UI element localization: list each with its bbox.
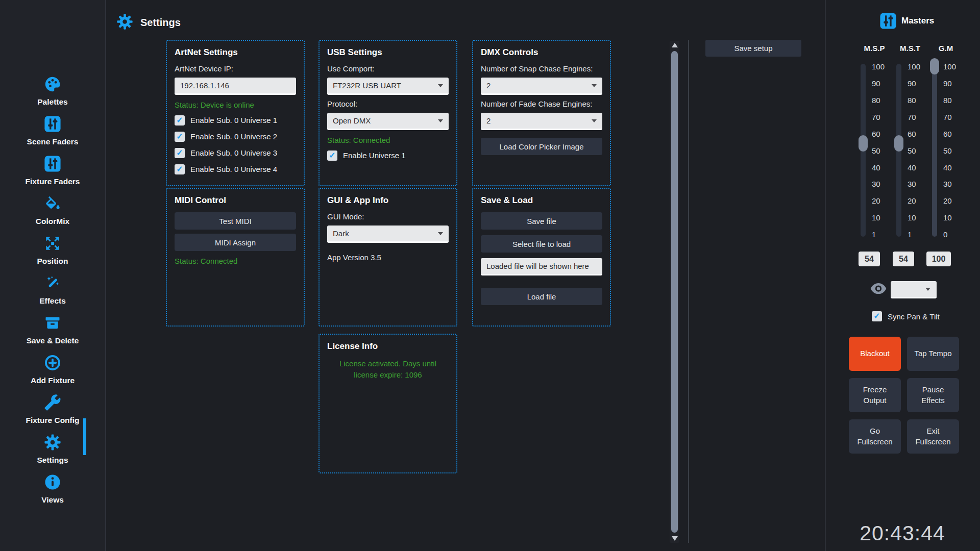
sidebar-item-label: Effects (39, 296, 66, 306)
move-arrows-icon (44, 235, 61, 254)
magic-wand-icon (44, 274, 61, 294)
artnet-settings-panel: ArtNet Settings ArtNet Device IP: Status… (166, 40, 305, 186)
sidebar-item-settings[interactable]: Settings (4, 434, 101, 465)
msp-value-field[interactable]: 54 (859, 252, 880, 266)
panel-title: ArtNet Settings (175, 47, 296, 58)
blackout-button[interactable]: Blackout (849, 337, 901, 371)
sidebar-item-fixture-faders[interactable]: Fixture Faders (4, 155, 101, 186)
paint-bucket-icon (44, 195, 61, 214)
gui-mode-select[interactable]: Dark (327, 226, 449, 243)
sidebar-item-colormix[interactable]: ColorMix (4, 195, 101, 226)
page-header: Settings (116, 13, 181, 32)
universe-3-checkbox[interactable]: ✓ Enable Sub. 0 Universe 3 (175, 146, 296, 159)
fader-label: M.S.P (859, 44, 890, 53)
dmx-controls-panel: DMX Controls Number of Snap Chase Engine… (472, 40, 611, 186)
save-file-button[interactable]: Save file (481, 212, 602, 230)
faders-icon (44, 115, 61, 135)
sidebar-item-fixture-config[interactable]: Fixture Config (4, 394, 101, 425)
go-fullscreen-button[interactable]: Go Fullscreen (849, 419, 901, 454)
panel-title: GUI & App Info (327, 195, 449, 206)
artnet-ip-label: ArtNet Device IP: (175, 64, 296, 73)
load-file-button[interactable]: Load file (481, 288, 602, 305)
snap-engines-select[interactable]: 2 (481, 78, 602, 95)
select-file-button[interactable]: Select file to load (481, 235, 602, 253)
mst-fader-thumb[interactable] (894, 135, 903, 152)
gm-value-field[interactable]: 100 (926, 252, 951, 266)
gm-fader-thumb[interactable] (930, 58, 939, 74)
universe-2-checkbox[interactable]: ✓ Enable Sub. 0 Universe 2 (175, 130, 296, 143)
protocol-label: Protocol: (327, 99, 449, 108)
main-scrollbar[interactable] (670, 41, 679, 543)
exit-fullscreen-button[interactable]: Exit Fullscreen (907, 419, 959, 454)
chevron-down-icon (438, 84, 443, 87)
midi-assign-button[interactable]: MIDI Assign (175, 234, 296, 251)
faders-icon (879, 12, 897, 30)
fader-label: M.S.T (894, 44, 926, 53)
checkbox-checked: ✓ (175, 164, 185, 174)
test-midi-button[interactable]: Test MIDI (175, 212, 296, 230)
mst-value-field[interactable]: 54 (893, 252, 914, 266)
gui-app-info-panel: GUI & App Info GUI Mode: Dark App Versio… (318, 188, 457, 327)
gear-icon (116, 13, 133, 32)
chevron-down-icon (925, 288, 930, 291)
license-status: License activated. Days until license ex… (327, 358, 449, 381)
wrench-icon (44, 394, 61, 413)
mst-fader-column: M.S.T 1009080706050403020101 (894, 44, 926, 240)
msp-fader-column: M.S.P 1009080706050403020101 (859, 44, 890, 240)
save-setup-button[interactable]: Save setup (705, 40, 801, 57)
masters-button-grid: Blackout Tap Tempo Freeze Output Pause E… (849, 337, 959, 454)
scroll-down-icon[interactable] (672, 536, 678, 541)
sidebar: Palettes Scene Faders Fixture Faders Col… (0, 0, 106, 551)
eye-icon[interactable] (870, 283, 887, 295)
msp-fader-thumb[interactable] (859, 135, 868, 152)
load-color-picker-button[interactable]: Load Color Picker Image (481, 138, 602, 155)
universe-1-checkbox[interactable]: ✓ Enable Sub. 0 Universe 1 (175, 114, 296, 127)
gm-fader-track[interactable] (932, 64, 937, 237)
comport-select[interactable]: FT232R USB UART (327, 78, 449, 95)
chevron-down-icon (592, 84, 597, 87)
chevron-down-icon (438, 119, 443, 122)
panel-title: MIDI Control (175, 195, 296, 206)
usb-settings-panel: USB Settings Use Comport: FT232R USB UAR… (318, 40, 457, 186)
scrollbar-thumb[interactable] (671, 51, 678, 533)
checkbox-checked: ✓ (327, 151, 337, 161)
scroll-up-icon[interactable] (672, 43, 678, 47)
sidebar-item-label: Palettes (37, 97, 67, 107)
comport-label: Use Comport: (327, 64, 449, 73)
sidebar-item-scene-faders[interactable]: Scene Faders (4, 115, 101, 146)
freeze-output-button[interactable]: Freeze Output (849, 378, 901, 412)
loaded-file-field[interactable]: Loaded file will be shown here (481, 258, 602, 276)
sidebar-item-position[interactable]: Position (4, 235, 101, 266)
sync-pan-tilt-checkbox[interactable]: ✓ Sync Pan & Tilt (872, 311, 940, 321)
usb-universe-1-checkbox[interactable]: ✓ Enable Universe 1 (327, 149, 449, 162)
gear-icon (44, 434, 61, 453)
gui-mode-label: GUI Mode: (327, 212, 449, 221)
fade-engines-select[interactable]: 2 (481, 113, 602, 130)
sidebar-item-label: Fixture Config (26, 416, 79, 425)
checkbox-checked: ✓ (175, 115, 185, 126)
sidebar-item-save-delete[interactable]: Save & Delete (4, 314, 101, 345)
view-select[interactable] (891, 281, 937, 298)
checkbox-checked: ✓ (175, 132, 185, 142)
active-item-indicator (83, 418, 86, 455)
universe-4-checkbox[interactable]: ✓ Enable Sub. 0 Universe 4 (175, 163, 296, 176)
sidebar-item-label: Save & Delete (27, 336, 79, 345)
sidebar-item-add-fixture[interactable]: Add Fixture (4, 354, 101, 385)
sidebar-item-label: Add Fixture (31, 376, 75, 385)
sidebar-item-label: Position (37, 257, 68, 266)
sidebar-item-label: ColorMix (36, 217, 69, 226)
sidebar-item-palettes[interactable]: Palettes (4, 76, 101, 107)
pause-effects-button[interactable]: Pause Effects (907, 378, 959, 412)
protocol-select[interactable]: Open DMX (327, 113, 449, 130)
plus-circle-icon (44, 354, 61, 373)
sidebar-item-label: Views (41, 495, 64, 505)
page-title: Settings (140, 17, 181, 29)
masters-divider (825, 0, 826, 551)
sidebar-item-views[interactable]: Views (4, 473, 101, 505)
panel-title: Save & Load (481, 195, 602, 206)
tap-tempo-button[interactable]: Tap Tempo (907, 337, 959, 371)
sidebar-item-effects[interactable]: Effects (4, 274, 101, 306)
save-load-panel: Save & Load Save file Select file to loa… (472, 188, 611, 327)
artnet-ip-input[interactable] (175, 78, 296, 95)
masters-title: Masters (901, 16, 934, 26)
